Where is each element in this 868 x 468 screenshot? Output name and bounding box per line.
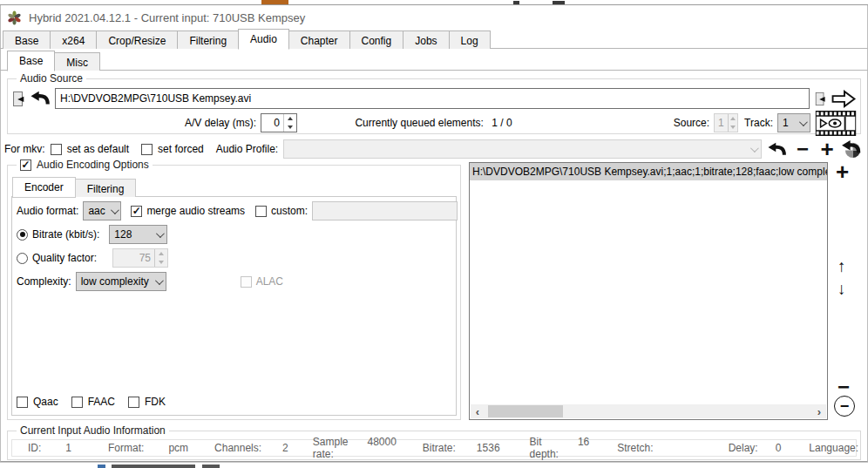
audio-profile-row: For mkv: set as default set forced Audio… <box>4 138 864 160</box>
undo-profile-icon[interactable] <box>767 140 788 159</box>
encoder-panel: Audio format: aac merge audio streams cu… <box>11 196 457 416</box>
source-label: Source: <box>674 117 709 129</box>
source-spinner[interactable]: 1 <box>714 113 738 132</box>
bottom-sliver-fragment <box>98 465 105 468</box>
info-stretch-value <box>671 442 697 454</box>
tab-crop-resize[interactable]: Crop/Resize <box>96 31 178 49</box>
audio-source-input[interactable] <box>55 88 810 109</box>
info-id-value: 1 <box>65 442 71 454</box>
clear-queue-icon[interactable]: − <box>834 396 855 417</box>
set-forced-label: set forced <box>158 143 204 155</box>
queue-item-selected[interactable]: H:\DVDVOB2MPG\710USB Kempsey.avi;1;aac;1… <box>470 163 827 180</box>
encoder-tab-bar: Encoder Filtering <box>12 176 135 197</box>
merge-audio-streams-checkbox[interactable] <box>131 206 142 217</box>
tab-log[interactable]: Log <box>449 31 491 49</box>
info-delay-value: 0 <box>776 442 782 454</box>
remove-queue-item-icon[interactable]: − <box>837 376 850 397</box>
quality-factor-spinner[interactable]: 75 <box>112 248 168 268</box>
input-audio-info-row: ID:1 Format:pcm Channels:2 Sample rate:4… <box>11 439 857 457</box>
tab-audio-misc[interactable]: Misc <box>54 52 100 71</box>
queue-controls: + ↑ ↓ − − <box>832 160 864 422</box>
audio-queue-list: H:\DVDVOB2MPG\710USB Kempsey.avi;1;aac;1… <box>469 162 828 420</box>
info-bitrate-value: 1536 <box>477 442 500 454</box>
av-delay-spinner[interactable]: 0 <box>261 113 297 132</box>
tab-x264[interactable]: x264 <box>50 31 97 49</box>
reset-profiles-icon[interactable] <box>842 139 864 159</box>
audio-sub-tab-bar: Base Misc <box>7 50 99 71</box>
quality-factor-radio[interactable] <box>17 253 28 264</box>
bitrate-combo[interactable]: 128 <box>109 225 167 244</box>
window-title: Hybrid 2021.04.12.1 - Current input: 710… <box>29 11 305 24</box>
faac-label: FAAC <box>88 396 115 408</box>
tab-config[interactable]: Config <box>349 31 404 49</box>
info-channels-label: Channels: <box>214 442 261 454</box>
remove-profile-icon[interactable]: − <box>793 139 812 159</box>
audio-encoding-legend: Audio Encoding Options <box>17 159 153 171</box>
custom-label: custom: <box>271 205 308 217</box>
tab-audio-base[interactable]: Base <box>7 51 55 71</box>
info-bitrate-label: Bitrate: <box>423 442 456 454</box>
scroll-left-icon[interactable]: ‹ <box>471 404 485 418</box>
scroll-right-icon[interactable]: › <box>812 404 826 418</box>
top-sliver-fragment <box>513 1 519 4</box>
fdk-checkbox[interactable] <box>128 397 139 408</box>
faac-checkbox[interactable] <box>71 397 83 408</box>
qaac-checkbox[interactable] <box>17 397 28 408</box>
top-sliver-fragment <box>553 1 565 4</box>
tab-encoder[interactable]: Encoder <box>12 177 76 198</box>
open-audio-file-icon[interactable] <box>10 89 26 109</box>
add-queue-item-icon[interactable]: + <box>836 160 849 183</box>
info-bit-depth-label: Bit depth: <box>530 436 559 460</box>
scrollbar-thumb[interactable] <box>488 405 563 417</box>
audio-source-group: Audio Source A/ <box>7 78 861 134</box>
audio-profile-combo[interactable] <box>283 139 762 159</box>
queue-horizontal-scrollbar[interactable]: ‹ › <box>471 404 826 418</box>
track-label: Track: <box>744 117 773 129</box>
quality-factor-label: Quality factor: <box>32 252 97 264</box>
move-up-icon[interactable]: ↑ <box>837 258 846 275</box>
sub-tab-baseline <box>0 70 868 71</box>
audio-encoding-checkbox[interactable] <box>20 159 31 171</box>
set-forced-checkbox[interactable] <box>141 144 153 155</box>
merge-audio-streams-label: merge audio streams <box>146 205 245 217</box>
info-stretch-label: Stretch: <box>617 442 653 454</box>
audio-profile-label: Audio Profile: <box>216 143 278 155</box>
audio-format-combo[interactable]: aac <box>83 201 121 220</box>
fdk-label: FDK <box>145 396 166 408</box>
info-delay-label: Delay: <box>729 442 758 454</box>
queued-elements-status: Currently queued elements: 1 / 0 <box>355 117 512 129</box>
custom-checkbox[interactable] <box>255 206 267 217</box>
bitrate-radio[interactable] <box>17 229 28 241</box>
set-as-default-checkbox[interactable] <box>51 144 62 155</box>
qaac-label: Qaac <box>33 396 58 408</box>
input-audio-info-legend: Current Input Audio Information <box>17 424 169 437</box>
add-profile-icon[interactable]: + <box>817 138 837 160</box>
bottom-sliver-fragment <box>202 465 220 468</box>
info-format-label: Format: <box>108 442 144 454</box>
title-bar: Hybrid 2021.04.12.1 - Current input: 710… <box>0 7 868 28</box>
info-bit-depth-value: 16 <box>578 436 589 460</box>
tab-base[interactable]: Base <box>3 31 51 49</box>
tab-encoder-filtering[interactable]: Filtering <box>75 179 137 197</box>
alac-checkbox[interactable] <box>241 276 252 288</box>
move-down-icon[interactable]: ↓ <box>837 281 846 297</box>
source-file-icon[interactable] <box>813 89 827 109</box>
audio-source-legend: Audio Source <box>17 72 86 85</box>
custom-input[interactable] <box>312 201 458 220</box>
pass-to-queue-arrow-icon[interactable] <box>831 89 857 109</box>
av-delay-label: A/V delay (ms): <box>185 117 256 129</box>
tab-jobs[interactable]: Jobs <box>403 31 449 49</box>
screen-bottom-sliver <box>0 462 868 468</box>
track-combo[interactable]: 1 <box>777 113 810 132</box>
info-channels-value: 2 <box>282 442 288 454</box>
main-tab-bar: Base x264 Crop/Resize Filtering Audio Ch… <box>3 28 490 49</box>
audio-encoding-group: Audio Encoding Options Encoder Filtering… <box>7 165 461 420</box>
complexity-combo[interactable]: low complexity <box>76 272 166 291</box>
info-id-label: ID: <box>28 442 41 454</box>
bitrate-label: Bitrate (kbit/s): <box>32 228 99 241</box>
tab-chapter[interactable]: Chapter <box>288 31 350 49</box>
preview-track-icon[interactable] <box>815 111 857 136</box>
tab-audio[interactable]: Audio <box>238 29 289 50</box>
undo-source-icon[interactable] <box>30 89 51 108</box>
tab-filtering[interactable]: Filtering <box>177 31 239 49</box>
